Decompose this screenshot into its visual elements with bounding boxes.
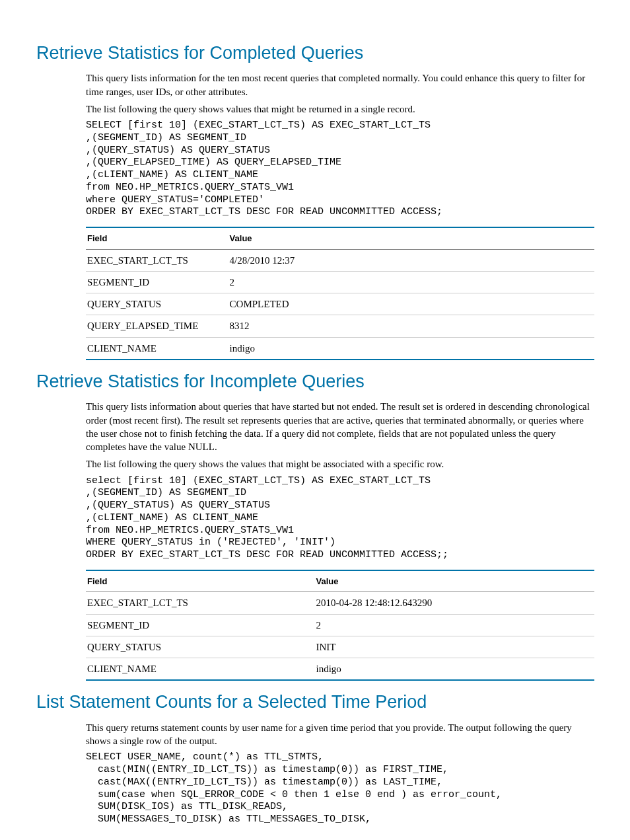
paragraph: This query lists information about queri… — [86, 400, 594, 453]
code-block: select [first 10] (EXEC_START_LCT_TS) AS… — [86, 475, 594, 562]
col-header-value: Value — [228, 227, 594, 249]
cell-value: 2 — [315, 614, 595, 636]
col-header-value: Value — [315, 570, 595, 592]
cell-field: EXEC_START_LCT_TS — [86, 249, 228, 271]
table-row: EXEC_START_LCT_TS2010-04-28 12:48:12.643… — [86, 592, 594, 614]
table-row: SEGMENT_ID2 — [86, 271, 594, 293]
paragraph: This query lists information for the ten… — [86, 71, 594, 98]
table-row: QUERY_STATUSCOMPLETED — [86, 293, 594, 315]
code-block: SELECT USER_NAME, count(*) as TTL_STMTS,… — [86, 751, 594, 826]
cell-value: INIT — [315, 636, 595, 658]
table-row: QUERY_STATUSINIT — [86, 636, 594, 658]
cell-value: COMPLETED — [228, 293, 594, 315]
code-block: SELECT [first 10] (EXEC_START_LCT_TS) AS… — [86, 120, 594, 219]
section-heading-incomplete: Retrieve Statistics for Incomplete Queri… — [36, 369, 594, 393]
paragraph: The list following the query shows value… — [86, 102, 594, 116]
cell-field: QUERY_ELAPSED_TIME — [86, 315, 228, 337]
paragraph: The list following the query shows the v… — [86, 457, 594, 471]
cell-value: 8312 — [228, 315, 594, 337]
cell-field: EXEC_START_LCT_TS — [86, 592, 315, 614]
cell-value: 4/28/2010 12:37 — [228, 249, 594, 271]
cell-field: CLIENT_NAME — [86, 658, 315, 681]
col-header-field: Field — [86, 227, 228, 249]
table-row: QUERY_ELAPSED_TIME8312 — [86, 315, 594, 337]
cell-field: QUERY_STATUS — [86, 293, 228, 315]
cell-value: 2010-04-28 12:48:12.643290 — [315, 592, 595, 614]
cell-field: SEGMENT_ID — [86, 614, 315, 636]
table-row: CLIENT_NAMEindigo — [86, 658, 594, 681]
section-heading-statement-counts: List Statement Counts for a Selected Tim… — [36, 690, 594, 714]
table-row: EXEC_START_LCT_TS4/28/2010 12:37 — [86, 249, 594, 271]
cell-field: QUERY_STATUS — [86, 636, 315, 658]
col-header-field: Field — [86, 570, 315, 592]
table-row: SEGMENT_ID2 — [86, 614, 594, 636]
cell-field: CLIENT_NAME — [86, 337, 228, 360]
cell-field: SEGMENT_ID — [86, 271, 228, 293]
cell-value: 2 — [228, 271, 594, 293]
cell-value: indigo — [315, 658, 595, 681]
results-table-incomplete: Field Value EXEC_START_LCT_TS2010-04-28 … — [86, 570, 594, 681]
cell-value: indigo — [228, 337, 594, 360]
paragraph: This query returns statement counts by u… — [86, 721, 594, 748]
section-heading-completed: Retrieve Statistics for Completed Querie… — [36, 41, 594, 65]
table-row: CLIENT_NAMEindigo — [86, 337, 594, 360]
results-table-completed: Field Value EXEC_START_LCT_TS4/28/2010 1… — [86, 227, 594, 360]
